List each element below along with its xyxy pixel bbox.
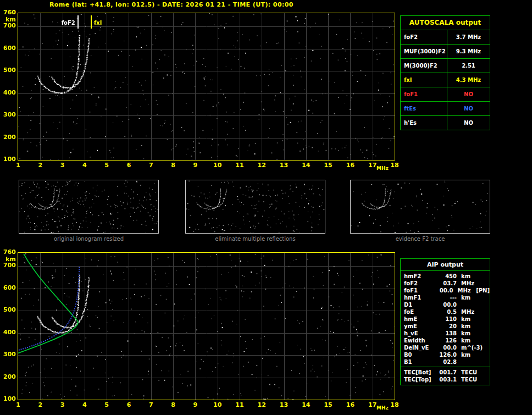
x-tick-label: 4	[79, 162, 90, 169]
aip-row-label: ymE	[401, 323, 437, 329]
aip-row: hmE110km	[401, 316, 490, 323]
x-tick-label: 6	[123, 402, 134, 408]
aip-row-unit: km	[461, 323, 480, 329]
x-tick-label: 3	[57, 402, 68, 408]
autoscala-row-value: NO	[447, 102, 490, 115]
aip-tec-row: TEC[Bot]001.7TECU	[401, 369, 490, 376]
aip-row-label: hmF2	[401, 273, 437, 279]
y-tick-label: 200	[0, 134, 16, 141]
aip-row-value: 00.0	[435, 287, 453, 294]
x-tick-label: 18	[389, 162, 400, 169]
autoscala-row-label: fxI	[401, 73, 447, 87]
x-tick-label: 16	[345, 402, 356, 408]
aip-row-value: 450	[437, 273, 457, 279]
autoscala-row: MUF(3000)F29.3 MHz	[401, 45, 490, 59]
aip-row-unit: km	[461, 273, 480, 279]
x-tick-label: 5	[101, 402, 112, 408]
y-tick-label: 600	[0, 45, 16, 52]
aip-row-label: hmE	[401, 316, 437, 322]
x-tick-label: 12	[256, 402, 267, 408]
x-tick-label: 1	[13, 162, 24, 169]
x-tick-label: 11	[234, 402, 245, 408]
aip-row-label: DelN_vE	[401, 345, 437, 351]
x-tick-label: 15	[323, 402, 334, 408]
x-tick-label: 3	[57, 162, 68, 169]
title-bar: Rome (lat: +41.8, lon: 012.5) - DATE: 20…	[49, 1, 293, 8]
autoscala-row-value: 2.51	[447, 59, 490, 73]
x-tick-label: 16	[345, 162, 356, 169]
aip-row-unit: km	[461, 295, 480, 301]
x-tick-label: 2	[35, 402, 46, 408]
thumbnail-caption-original: original ionogram resized	[19, 236, 159, 242]
aip-row-label: Ewidth	[401, 337, 437, 344]
aip-tec-label: TEC[Bot]	[401, 369, 437, 375]
x-tick-label: 13	[279, 162, 290, 169]
x-tick-label: 11	[234, 162, 245, 169]
x-axis-unit-label: MHz	[376, 405, 389, 411]
autoscala-row-label: M(3000)F2	[401, 59, 447, 73]
x-tick-label: 14	[301, 162, 312, 169]
x-tick-label: 10	[212, 402, 223, 408]
x-tick-label: 2	[35, 162, 46, 169]
autoscala-rows: foF23.7 MHzMUF(3000)F29.3 MHzM(3000)F22.…	[401, 30, 490, 130]
x-tick-label: 5	[101, 162, 112, 169]
autoscala-row: ftEsNO	[401, 102, 490, 116]
autoscala-row-label: ftEs	[401, 102, 447, 115]
thumb-evidence-canvas	[350, 180, 490, 234]
y-tick-label: 760	[0, 249, 16, 256]
aip-row: Ewidth126km	[401, 337, 490, 344]
aip-row-unit: m^(-3)	[461, 345, 480, 351]
y-tick-label: 500	[0, 67, 16, 74]
aip-row: ymE20km	[401, 323, 490, 330]
aip-row-value: 138	[437, 330, 457, 336]
autoscala-row-label: h'Es	[401, 116, 447, 130]
y-tick-label: 200	[0, 374, 16, 380]
thumbnail-caption-filtered: eliminate multiple reflections	[185, 236, 325, 242]
autoscala-row-value: 4.3 MHz	[447, 73, 490, 87]
aip-tec-rows: TEC[Bot]001.7TECUTEC[Top]003.1TECU	[401, 367, 490, 385]
aip-row-value: 00.0	[437, 302, 457, 308]
autoscala-output-table: AUTOSCALA output foF23.7 MHzMUF(3000)F29…	[400, 15, 490, 130]
aip-row-unit: km	[461, 330, 480, 336]
aip-row-value: ---	[437, 295, 457, 301]
aip-tec-unit: TECU	[461, 369, 480, 375]
x-tick-label: 15	[323, 162, 334, 169]
x-tick-label: 18	[389, 402, 400, 408]
x-tick-label: 9	[190, 162, 201, 169]
autoscala-row: foF23.7 MHz	[401, 30, 490, 45]
aip-row-unit: MHz	[461, 280, 480, 286]
autoscala-row: foF1NO	[401, 87, 490, 102]
y-tick-label: 400	[0, 329, 16, 336]
aip-tec-unit: TECU	[461, 377, 480, 383]
autoscala-table-header: AUTOSCALA output	[401, 16, 490, 30]
y-tick-label: 700	[0, 23, 16, 29]
x-tick-label: 13	[279, 402, 290, 408]
aip-rows: hmF2450kmfoF203.7MHzfoF100.0MHz[PN]hmF1-…	[401, 271, 490, 367]
aip-row-extra: [PN]	[476, 287, 490, 294]
thumb-filtered-canvas	[185, 180, 325, 234]
profile-plot-canvas	[18, 252, 395, 400]
aip-row: hmF1---km	[401, 294, 490, 301]
y-tick-label: 400	[0, 90, 16, 96]
aip-row: D100.0	[401, 301, 490, 308]
x-tick-label: 8	[168, 162, 179, 169]
aip-row-value: 126	[437, 337, 457, 344]
aip-row-unit: MHz	[457, 287, 475, 294]
autoscala-row: M(3000)F22.51	[401, 59, 490, 73]
aip-row: B0126.0km	[401, 351, 490, 358]
aip-tec-label: TEC[Top]	[401, 377, 437, 383]
autoscala-row: h'EsNO	[401, 116, 490, 130]
y-axis-unit-label: km	[0, 16, 16, 23]
aip-row-unit: km	[461, 316, 480, 322]
thumbnail-caption-evidence: evidence F2 trace	[350, 236, 490, 242]
aip-tec-value: 001.7	[437, 369, 457, 375]
autoscala-row: fxI4.3 MHz	[401, 73, 490, 87]
x-tick-label: 1	[13, 402, 24, 408]
aip-row: hmF2450km	[401, 273, 490, 280]
y-tick-label: 300	[0, 112, 16, 118]
x-tick-label: 4	[79, 402, 90, 408]
aip-row: B102.8	[401, 358, 490, 366]
x-tick-label: 10	[212, 162, 223, 169]
aip-row-label: foF2	[401, 280, 437, 286]
aip-row-unit: km	[461, 352, 480, 358]
